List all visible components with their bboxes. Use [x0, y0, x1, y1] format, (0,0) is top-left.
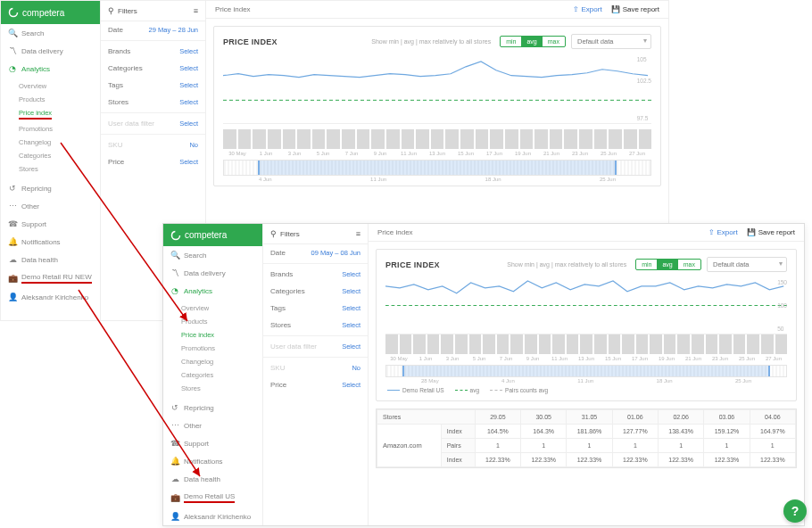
brand-logo: competera — [1, 1, 100, 24]
toggle-min[interactable]: min — [501, 37, 521, 46]
filter-sku-2[interactable]: SKUNo — [263, 359, 368, 376]
sidebar-notifications-2[interactable]: 🔔Notifications — [163, 452, 262, 470]
sidebar-repricing-2[interactable]: ↺Repricing — [163, 399, 262, 417]
search-icon: 🔍 — [170, 251, 179, 260]
sub-overview[interactable]: Overview — [13, 79, 100, 93]
data-source-dropdown[interactable]: Default data — [571, 34, 651, 49]
table-row[interactable]: Amazon.com Index 164.5%164.3%181.86%127.… — [377, 425, 796, 439]
sub-categories[interactable]: Categories — [13, 149, 100, 162]
filter-settings-icon[interactable]: ≡ — [194, 6, 198, 15]
repricing-icon: ↺ — [170, 403, 179, 412]
chart-icon: 〽 — [170, 268, 179, 277]
filter-icon: ⚲ — [108, 6, 114, 15]
filter-settings-icon[interactable]: ≡ — [356, 229, 360, 238]
filters-header: ⚲Filters ≡ — [101, 1, 205, 21]
filter-tags[interactable]: TagsSelect — [101, 77, 205, 94]
sidebar-search[interactable]: 🔍Search — [1, 24, 100, 42]
sub-stores[interactable]: Stores — [13, 162, 100, 176]
save-icon: 💾 — [611, 5, 620, 13]
sidebar-data-health-2[interactable]: ☁Data health — [163, 470, 262, 488]
chart-icon: 〽 — [8, 46, 17, 55]
user-icon: 👤 — [8, 293, 17, 301]
sub-promotions-2[interactable]: Promotions — [176, 342, 262, 355]
help-bubble[interactable]: ? — [783, 499, 807, 523]
filter-price-2[interactable]: PriceSelect — [263, 376, 368, 393]
time-brush[interactable] — [223, 160, 651, 176]
filter-date-2[interactable]: Date09 May – 08 Jun — [263, 244, 368, 261]
sidebar-other-2[interactable]: ⋯Other — [163, 417, 262, 434]
time-brush-2[interactable] — [385, 365, 787, 377]
filter-categories[interactable]: CategoriesSelect — [101, 60, 205, 77]
export-button-2[interactable]: ⇪Export — [708, 228, 738, 236]
other-icon: ⋯ — [8, 202, 17, 210]
filter-brands-2[interactable]: BrandsSelect — [263, 266, 368, 283]
sidebar-data-delivery[interactable]: 〽Data delivery — [1, 42, 100, 60]
svg-point-2 — [172, 231, 180, 239]
export-icon: ⇪ — [573, 5, 579, 13]
filter-stores[interactable]: StoresSelect — [101, 94, 205, 111]
save-report-button-2[interactable]: 💾Save report — [747, 228, 795, 236]
sub-price-index-2[interactable]: Price index — [176, 328, 262, 342]
sidebar-user-2[interactable]: 👤Aleksandr Kirichenko — [163, 507, 262, 525]
sidebar-notifications[interactable]: 🔔Notifications — [1, 233, 100, 251]
logo-icon — [8, 7, 19, 18]
filter-date[interactable]: Date29 May – 28 Jun — [101, 21, 205, 38]
analytics-icon: ◔ — [170, 286, 179, 295]
sidebar-account-2[interactable]: 💼Demo Retail US — [163, 488, 262, 507]
user-icon: 👤 — [170, 512, 179, 521]
sub-products-2[interactable]: Products — [176, 315, 262, 328]
main-content-2: Price index ⇪Export 💾Save report PRICE I… — [369, 224, 804, 525]
save-report-button[interactable]: 💾Save report — [611, 5, 659, 13]
breadcrumb-bar: Price index ⇪Export 💾Save report — [206, 1, 668, 19]
cloud-icon: ☁ — [170, 474, 179, 483]
sub-overview-2[interactable]: Overview — [176, 301, 262, 315]
filter-categories-2[interactable]: CategoriesSelect — [263, 283, 368, 300]
export-button[interactable]: ⇪Export — [573, 5, 602, 13]
sub-price-index[interactable]: Price index — [13, 106, 100, 122]
line-chart-2: 150 100 50 — [385, 277, 787, 334]
sidebar-search-2[interactable]: 🔍Search — [163, 246, 262, 264]
min-avg-max-toggle-2[interactable]: min avg max — [635, 259, 701, 270]
chart-hint: Show min | avg | max relatively to all s… — [283, 38, 494, 45]
logo-icon — [170, 230, 181, 241]
sidebar-repricing[interactable]: ↺Repricing — [1, 179, 100, 197]
sidebar-support-2[interactable]: ☎Support — [163, 434, 262, 452]
sub-categories-2[interactable]: Categories — [176, 368, 262, 382]
sub-changelog[interactable]: Changelog — [13, 136, 100, 149]
filter-stores-2[interactable]: StoresSelect — [263, 317, 368, 334]
filter-brands[interactable]: BrandsSelect — [101, 43, 205, 60]
sidebar-user[interactable]: 👤Aleksandr Kirichenko — [1, 288, 100, 306]
analytics-icon: ◔ — [8, 64, 17, 73]
min-avg-max-toggle[interactable]: min avg max — [500, 36, 566, 47]
filter-tags-2[interactable]: TagsSelect — [263, 300, 368, 317]
line-chart-1: 105 102.5 97.5 — [223, 54, 651, 124]
filter-user-data-2[interactable]: User data filterSelect — [263, 338, 368, 355]
sub-stores-2[interactable]: Stores — [176, 382, 262, 395]
sub-promotions[interactable]: Promotions — [13, 122, 100, 136]
toggle-max[interactable]: max — [543, 37, 565, 46]
sub-products[interactable]: Products — [13, 93, 100, 106]
filter-sku[interactable]: SKUNo — [101, 136, 205, 153]
analytics-sublist: Overview Products Price index Promotions… — [1, 78, 100, 179]
filter-price[interactable]: PriceSelect — [101, 153, 205, 170]
sub-changelog-2[interactable]: Changelog — [176, 355, 262, 368]
sidebar-support[interactable]: ☎Support — [1, 215, 100, 233]
save-icon: 💾 — [747, 228, 756, 236]
export-icon: ⇪ — [708, 228, 715, 236]
sidebar-data-delivery-2[interactable]: 〽Data delivery — [163, 264, 262, 282]
sidebar-analytics-2[interactable]: ◔Analytics — [163, 282, 262, 300]
sidebar-account[interactable]: 💼Demo Retail RU NEW — [1, 268, 100, 288]
sidebar: competera 🔍Search 〽Data delivery ◔Analyt… — [1, 1, 101, 320]
bell-icon: 🔔 — [170, 457, 179, 466]
sidebar-other[interactable]: ⋯Other — [1, 197, 100, 215]
data-source-dropdown-2[interactable]: Default data — [707, 257, 787, 272]
briefcase-icon: 💼 — [8, 274, 17, 283]
sidebar-analytics[interactable]: ◔Analytics — [1, 60, 100, 78]
volume-bars-2 — [385, 336, 787, 354]
brand-logo-2: competera — [163, 224, 262, 246]
other-icon: ⋯ — [170, 421, 179, 430]
toggle-avg[interactable]: avg — [521, 37, 542, 46]
cloud-icon: ☁ — [8, 255, 17, 264]
sidebar-data-health[interactable]: ☁Data health — [1, 251, 100, 268]
filter-user-data[interactable]: User data filterSelect — [101, 115, 205, 132]
